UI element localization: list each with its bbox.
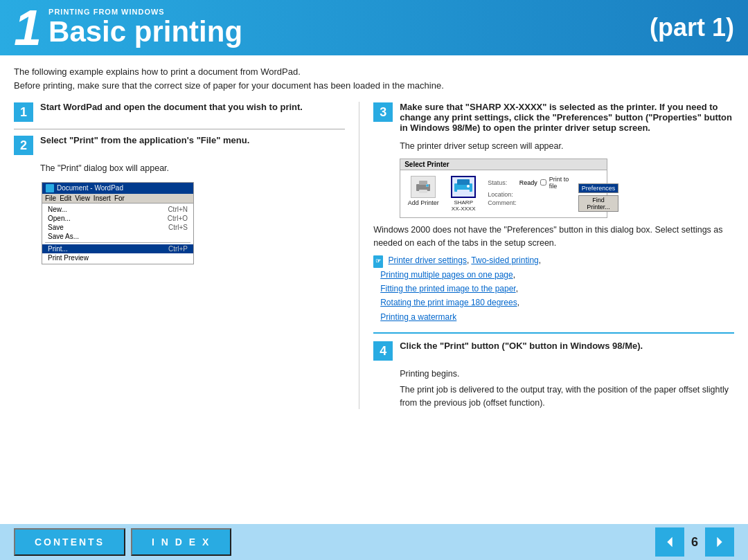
intro-text: The following example explains how to pr… — [14, 65, 734, 92]
printer-screenshot: Select Printer — [400, 159, 607, 218]
step-4-container: 4 Click the "Print" button ("OK" button … — [373, 332, 734, 409]
link-printer-driver-settings[interactable]: Printer driver settings — [389, 255, 467, 265]
pss-title: Select Printer — [400, 159, 607, 170]
footer: CONTENTS I N D E X 6 — [0, 524, 748, 560]
step-3-note-text: Windows 2000 does not have the "Preferen… — [373, 225, 722, 248]
step-3-text: Make sure that "SHARP XX-XXXX" is select… — [400, 102, 732, 133]
pss-body: Add Printer — [400, 170, 607, 217]
ss-menu-file: File — [45, 195, 56, 202]
ss-menubar: File Edit View Insert For — [42, 194, 193, 204]
ss-menu-view: View — [75, 195, 90, 202]
main-content: The following example explains how to pr… — [0, 55, 748, 416]
prev-page-button[interactable] — [655, 527, 684, 557]
pss-printers: Add Printer — [406, 176, 481, 212]
printer-screenshot-wrapper: Select Printer — [373, 159, 734, 218]
step-4-sub1: Printing begins. — [373, 368, 734, 381]
step-4-text: Click the "Print" button ("OK" button in… — [400, 341, 643, 351]
header-part: (part 1) — [650, 13, 734, 42]
ss-item-open: Open...Ctrl+O — [42, 214, 193, 223]
pss-comment-label: Comment: — [488, 199, 526, 206]
intro-line2: Before printing, make sure that the corr… — [14, 80, 444, 91]
next-page-button[interactable] — [705, 527, 734, 557]
left-column: 1 Start WordPad and open the document th… — [14, 102, 359, 409]
step-4: 4 Click the "Print" button ("OK" button … — [373, 341, 734, 361]
page-header: 1 PRINTING FROM WINDOWS Basic printing (… — [0, 0, 748, 55]
step-3-content: Make sure that "SHARP XX-XXXX" is select… — [400, 102, 734, 133]
next-arrow-icon — [712, 534, 727, 550]
step-3-note: Windows 2000 does not have the "Preferen… — [373, 224, 734, 250]
contents-button[interactable]: CONTENTS — [14, 528, 125, 556]
pss-add-printer-label: Add Printer — [408, 199, 439, 206]
step-1: 1 Start WordPad and open the document th… — [14, 102, 345, 122]
index-button[interactable]: I N D E X — [131, 528, 231, 556]
pss-buttons: Preferences Find Printer... — [578, 176, 619, 212]
two-column-layout: 1 Start WordPad and open the document th… — [14, 102, 734, 409]
ss-sep — [45, 242, 190, 243]
pss-status-value: Ready — [519, 179, 537, 186]
ss-menu-edit: Edit — [60, 195, 71, 202]
print-to-file-label: Print to file — [549, 176, 571, 190]
ss-menu-insert: Insert — [93, 195, 111, 202]
ss-dropdown-content: New...Ctrl+N Open...Ctrl+O SaveCtrl+S Sa… — [42, 204, 193, 264]
step-3-number: 3 — [373, 102, 393, 122]
step-1-text: Start WordPad and open the document that… — [40, 102, 303, 112]
right-column: 3 Make sure that "SHARP XX-XXXX" is sele… — [359, 102, 734, 409]
pss-status-label: Status: — [488, 179, 516, 186]
link-watermark[interactable]: Printing a watermark — [380, 312, 456, 322]
svg-rect-2 — [419, 190, 427, 193]
ss-titlebar-icon — [46, 184, 54, 192]
step-4-content: Click the "Print" button ("OK" button in… — [400, 341, 734, 351]
pss-location-row: Location: — [488, 191, 571, 198]
pss-add-printer-icon — [411, 176, 436, 198]
prev-arrow-icon — [662, 534, 677, 550]
pss-status-row: Status: Ready Print to file — [488, 176, 571, 190]
step-1-content: Start WordPad and open the document that… — [40, 102, 345, 112]
svg-marker-10 — [667, 537, 672, 548]
wordpad-screenshot: Document - WordPad File Edit View Insert… — [42, 182, 194, 264]
step-2-content: Select "Print" from the application's "F… — [40, 135, 345, 145]
svg-rect-8 — [457, 190, 470, 195]
ss-item-saveas: Save As... — [42, 232, 193, 241]
pss-location-label: Location: — [488, 191, 526, 198]
ss-item-preview: Print Preview — [42, 253, 193, 262]
pss-sharp-label: SHARPXX-XXXX — [452, 199, 476, 212]
pss-left: Add Printer — [406, 176, 481, 212]
step-3: 3 Make sure that "SHARP XX-XXXX" is sele… — [373, 102, 734, 133]
ss-item-new: New...Ctrl+N — [42, 205, 193, 214]
svg-rect-7 — [457, 179, 470, 185]
step-2-number: 2 — [14, 136, 33, 155]
svg-marker-11 — [717, 537, 722, 548]
ss-titlebar: Document - WordPad — [42, 183, 193, 194]
pss-printer-add: Add Printer — [406, 176, 440, 212]
step-4-sub2: The print job is delivered to the output… — [373, 383, 734, 410]
chapter-number: 1 — [14, 3, 42, 53]
pss-preferences-btn[interactable]: Preferences — [578, 183, 619, 193]
svg-rect-1 — [419, 181, 427, 185]
intro-line1: The following example explains how to pr… — [14, 66, 301, 77]
print-to-file-checkbox[interactable] — [540, 179, 546, 186]
link-rotating[interactable]: Rotating the print image 180 degrees — [380, 298, 517, 307]
step-2: 2 Select "Print" from the application's … — [14, 135, 345, 155]
page-number: 6 — [691, 535, 698, 550]
pss-find-printer-btn[interactable]: Find Printer... — [578, 195, 619, 212]
step-4-number: 4 — [373, 341, 393, 361]
step-divider-1 — [14, 129, 345, 129]
pss-printer-sharp: SHARPXX-XXXX — [446, 176, 481, 212]
pss-status-area: Status: Ready Print to file Location: Co… — [488, 176, 571, 212]
footer-nav: 6 — [655, 527, 734, 557]
pss-sharp-icon — [451, 176, 476, 198]
ss-item-save: SaveCtrl+S — [42, 223, 193, 232]
step-3-links: ☞ Printer driver settings, Two-sided pri… — [373, 253, 734, 324]
note-icon: ☞ — [373, 255, 383, 267]
step-2-sub: The "Print" dialog box will appear. — [14, 162, 345, 175]
ss-menu-for: For — [114, 195, 125, 202]
link-fitting[interactable]: Fitting the printed image to the paper — [380, 284, 515, 293]
link-two-sided-printing[interactable]: Two-sided printing — [471, 255, 538, 265]
header-titles: PRINTING FROM WINDOWS Basic printing — [48, 8, 242, 48]
step-3-sub: The printer driver setup screen will app… — [373, 140, 734, 153]
step-2-text: Select "Print" from the application's "F… — [40, 135, 249, 145]
link-multiple-pages[interactable]: Printing multiple pages on one page — [380, 270, 513, 280]
header-title: Basic printing — [48, 16, 242, 48]
ss-titlebar-text: Document - WordPad — [57, 184, 123, 192]
ss-item-print: Print...Ctrl+P — [42, 244, 193, 253]
